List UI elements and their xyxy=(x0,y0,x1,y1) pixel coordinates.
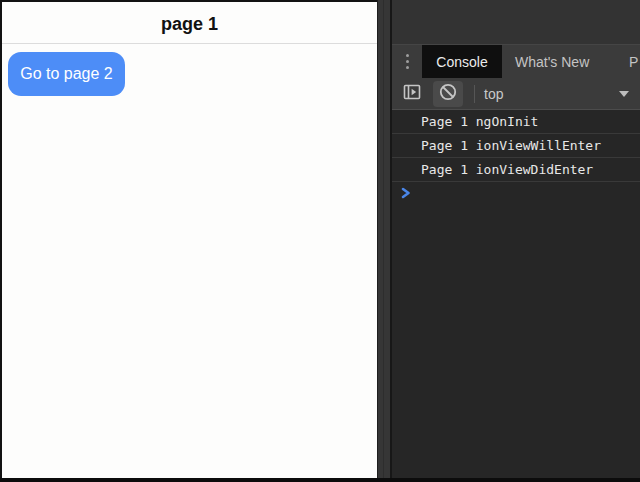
devtools-resize-handle[interactable] xyxy=(377,0,392,478)
app-pane: page 1 Go to page 2 xyxy=(0,0,377,478)
console-log: Page 1 ngOnInit Page 1 ionViewWillEnter … xyxy=(392,110,640,478)
go-to-page-2-button[interactable]: Go to page 2 xyxy=(8,52,125,96)
window-bottom-edge xyxy=(0,478,640,482)
console-input[interactable] xyxy=(392,182,640,206)
console-message: Page 1 ionViewDidEnter xyxy=(392,158,640,182)
console-sidebar-toggle-icon xyxy=(402,82,422,105)
screenshot-root: page 1 Go to page 2 Console What's New P xyxy=(0,0,640,478)
app-content: Go to page 2 xyxy=(2,44,377,478)
tab-console[interactable]: Console xyxy=(422,45,502,78)
javascript-context-selector[interactable]: top xyxy=(484,86,503,102)
toolbar-separator xyxy=(474,85,475,103)
page-title: page 1 xyxy=(161,10,218,35)
console-message: Page 1 ionViewWillEnter xyxy=(392,134,640,158)
console-sidebar-toggle-button[interactable] xyxy=(399,81,425,107)
tab-whats-new[interactable]: What's New xyxy=(502,45,602,78)
app-header: page 1 xyxy=(2,2,377,44)
console-message: Page 1 ngOnInit xyxy=(392,110,640,134)
tab-clipped[interactable]: P xyxy=(629,45,640,78)
console-toolbar: top xyxy=(392,78,640,110)
chevron-down-icon xyxy=(619,91,629,97)
devtools-top-strip xyxy=(392,0,640,45)
clear-console-button[interactable] xyxy=(433,81,463,107)
clear-console-icon xyxy=(438,82,458,105)
devtools-tab-bar: Console What's New P xyxy=(392,45,640,78)
console-prompt-chevron-icon xyxy=(400,186,412,203)
context-selector-value: top xyxy=(484,86,503,102)
devtools-panel: Console What's New P xyxy=(392,0,640,478)
kebab-menu-icon[interactable] xyxy=(392,45,422,78)
